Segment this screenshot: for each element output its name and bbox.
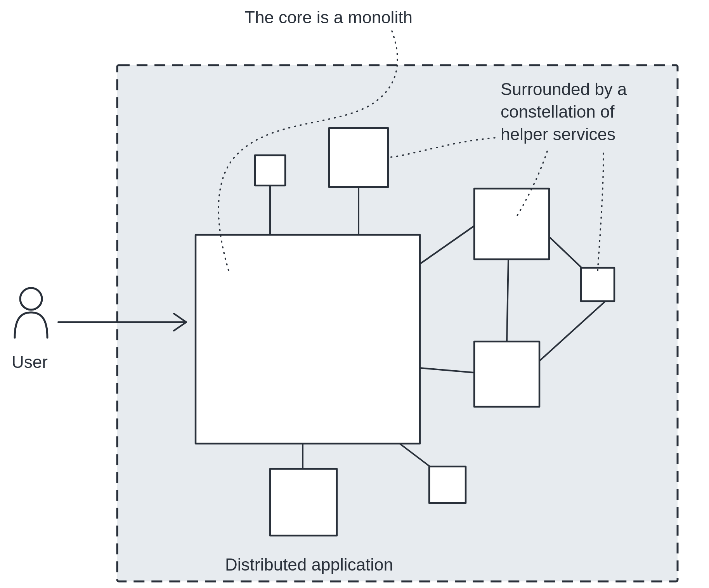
title-annotation: The core is a monolith [244,8,413,27]
svg-point-9 [20,288,42,310]
container-label: Distributed application [225,555,393,574]
helper-annotation-line3: helper services [501,125,615,144]
helper-service-7 [429,467,466,503]
helper-service-6 [270,469,337,536]
helper-service-3 [474,189,549,259]
monolith-core [196,235,420,444]
user-icon [15,288,47,338]
helper-service-2 [329,128,388,187]
helper-service-5 [581,268,614,301]
helper-annotation-line2: constellation of [501,102,615,121]
user-label: User [12,352,48,371]
architecture-diagram: The core is a monolith Surrounded by a c… [0,0,709,588]
helper-service-1 [255,155,285,186]
helper-service-4 [474,342,539,407]
helper-annotation-line1: Surrounded by a [501,80,627,99]
